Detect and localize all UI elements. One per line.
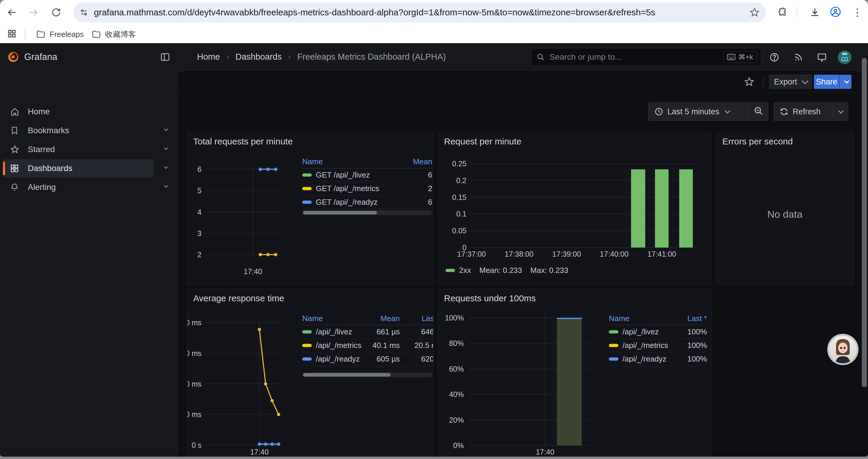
star-icon bbox=[10, 145, 20, 154]
series-name[interactable]: /api/_/livez bbox=[622, 327, 659, 336]
breadcrumb-home[interactable]: Home bbox=[197, 52, 220, 62]
help-icon[interactable] bbox=[769, 52, 780, 63]
chevron-down-icon[interactable] bbox=[162, 145, 169, 154]
favorite-star-icon[interactable] bbox=[744, 76, 754, 88]
refresh-button[interactable]: Refresh bbox=[773, 102, 848, 121]
bookmark-star-icon[interactable] bbox=[748, 6, 761, 19]
series-chip[interactable] bbox=[445, 269, 455, 272]
share-button[interactable]: Share bbox=[814, 75, 839, 89]
apps-grid-icon[interactable] bbox=[5, 27, 18, 40]
legend-scrollbar[interactable] bbox=[302, 372, 432, 377]
series-chip[interactable] bbox=[609, 344, 618, 347]
series-name[interactable]: 2xx bbox=[459, 266, 471, 275]
sidebar-item-dashboards[interactable]: Dashboards bbox=[3, 159, 154, 177]
chevron-down-icon[interactable] bbox=[162, 183, 169, 192]
series-name[interactable]: GET /api/_/metrics bbox=[316, 184, 379, 193]
extensions-icon[interactable] bbox=[776, 6, 789, 19]
chevron-down-icon[interactable] bbox=[838, 108, 843, 113]
bookmark-folder-freeleaps[interactable]: Freeleaps bbox=[36, 28, 84, 40]
floating-assistant-avatar[interactable] bbox=[827, 334, 859, 365]
address-bar[interactable]: grafana.mathmast.com/d/deytv4rwavabkb/fr… bbox=[73, 2, 766, 23]
col-mean[interactable]: Mean bbox=[403, 157, 432, 166]
panel-average-response-time[interactable]: Average response time 80 ms60 ms40 ms20 … bbox=[187, 289, 433, 457]
chevron-down-icon[interactable] bbox=[162, 126, 169, 135]
series-chip[interactable] bbox=[302, 344, 312, 347]
shortcut-text: ⌘+k bbox=[738, 53, 753, 61]
news-rss-icon[interactable] bbox=[793, 52, 804, 63]
kiosk-monitor-icon[interactable] bbox=[816, 52, 827, 63]
reload-button[interactable] bbox=[50, 6, 63, 19]
col-name[interactable]: Name bbox=[609, 314, 675, 323]
panel-errors-per-second[interactable]: Errors per second No data bbox=[716, 132, 854, 285]
data-point bbox=[259, 253, 262, 256]
zoom-out-icon[interactable] bbox=[753, 106, 764, 118]
downloads-icon[interactable] bbox=[808, 6, 821, 19]
vertical-scrollbar[interactable] bbox=[862, 58, 867, 387]
bar bbox=[655, 169, 669, 248]
series-chip[interactable] bbox=[302, 357, 312, 361]
series-chip[interactable] bbox=[302, 201, 312, 204]
legend-row[interactable]: GET /api/_/metrics 2 bbox=[302, 182, 432, 196]
legend-row[interactable]: /api/_/livez 100% bbox=[609, 325, 707, 339]
panel-request-per-minute[interactable]: Request per minute 0.250.20.150.10.05017… bbox=[438, 132, 711, 285]
forward-button[interactable] bbox=[27, 6, 40, 19]
series-name[interactable]: /api/_/metrics bbox=[316, 341, 362, 350]
legend-row[interactable]: GET /api/_/livez 6 bbox=[302, 168, 432, 182]
series-name[interactable]: /api/_/metrics bbox=[622, 341, 668, 350]
bookmark-folder-blogs[interactable]: 收藏博客 bbox=[92, 28, 136, 40]
share-menu-button[interactable] bbox=[840, 75, 851, 89]
series-last: 646 bbox=[400, 327, 433, 336]
y-tick-label: 2 bbox=[197, 251, 202, 259]
picker-divider bbox=[747, 105, 747, 118]
legend-row[interactable]: GET /api/_/readyz 6 bbox=[302, 196, 432, 209]
url-text[interactable]: grafana.mathmast.com/d/deytv4rwavabkb/fr… bbox=[94, 7, 655, 18]
series-chip[interactable] bbox=[302, 330, 312, 333]
legend-row[interactable]: /api/_/metrics 100% bbox=[609, 339, 707, 352]
sidebar-item-starred[interactable]: Starred bbox=[3, 140, 154, 159]
user-avatar[interactable] bbox=[838, 51, 851, 64]
series-name[interactable]: GET /api/_/readyz bbox=[316, 198, 378, 207]
series-chip[interactable] bbox=[609, 357, 618, 361]
series-chip[interactable] bbox=[302, 187, 312, 190]
data-point bbox=[274, 168, 277, 171]
legend-row[interactable]: /api/_/readyz 605 µs 620 bbox=[302, 352, 433, 366]
browser-menu-icon[interactable]: ⋮ bbox=[851, 6, 864, 19]
col-name[interactable]: Name bbox=[302, 157, 403, 166]
export-button[interactable]: Export bbox=[769, 75, 812, 89]
series-name[interactable]: /api/_/readyz bbox=[316, 355, 360, 364]
legend-row[interactable]: /api/_/readyz 100% bbox=[609, 352, 707, 366]
col-name[interactable]: Name bbox=[302, 314, 364, 323]
series-chip[interactable] bbox=[609, 330, 618, 333]
breadcrumb-dashboards[interactable]: Dashboards bbox=[236, 52, 282, 62]
series-line bbox=[259, 329, 279, 415]
search-input[interactable]: Search or jump to... ⌘+k bbox=[531, 48, 761, 66]
time-range-picker[interactable]: Last 5 minutes bbox=[648, 102, 769, 121]
chevron-down-icon bbox=[844, 78, 849, 84]
col-mean[interactable]: Mean bbox=[364, 314, 400, 323]
site-settings-icon[interactable] bbox=[78, 6, 90, 19]
series-name[interactable]: GET /api/_/livez bbox=[316, 170, 370, 179]
y-tick-label: 0.05 bbox=[452, 227, 466, 235]
sidebar-item-bookmarks[interactable]: Bookmarks bbox=[3, 121, 154, 140]
x-tick-label: 17:40 bbox=[250, 448, 269, 456]
sidebar-item-alerting[interactable]: Alerting bbox=[3, 178, 154, 196]
legend-scrollbar[interactable] bbox=[302, 210, 432, 215]
panel-requests-under-100ms[interactable]: Requests under 100ms 100%80%60%40%20%0%1… bbox=[438, 289, 711, 457]
series-name[interactable]: /api/_/livez bbox=[316, 327, 352, 336]
chevron-down-icon[interactable] bbox=[162, 164, 169, 173]
col-last[interactable]: Las bbox=[400, 314, 433, 323]
series-name[interactable]: /api/_/readyz bbox=[622, 355, 666, 364]
col-last[interactable]: Last * bbox=[675, 314, 707, 323]
y-tick-label: 40 ms bbox=[187, 380, 202, 388]
legend-row[interactable]: /api/_/livez 661 µs 646 bbox=[302, 325, 433, 339]
data-point bbox=[264, 442, 267, 446]
profile-icon[interactable] bbox=[829, 5, 842, 18]
sidebar-item-home[interactable]: Home bbox=[3, 102, 154, 121]
series-chip[interactable] bbox=[302, 173, 312, 177]
brand-title: Grafana bbox=[24, 52, 57, 62]
legend-table: Name Last * /api/_/livez 100% /api/_/met… bbox=[609, 312, 707, 366]
panel-total-requests[interactable]: Total requests per minute 6543217:40 Nam… bbox=[187, 132, 433, 285]
dock-menu-toggle[interactable] bbox=[160, 52, 170, 63]
back-button[interactable] bbox=[5, 6, 18, 19]
legend-row[interactable]: /api/_/metrics 40.1 ms 20.5 r bbox=[302, 339, 433, 352]
